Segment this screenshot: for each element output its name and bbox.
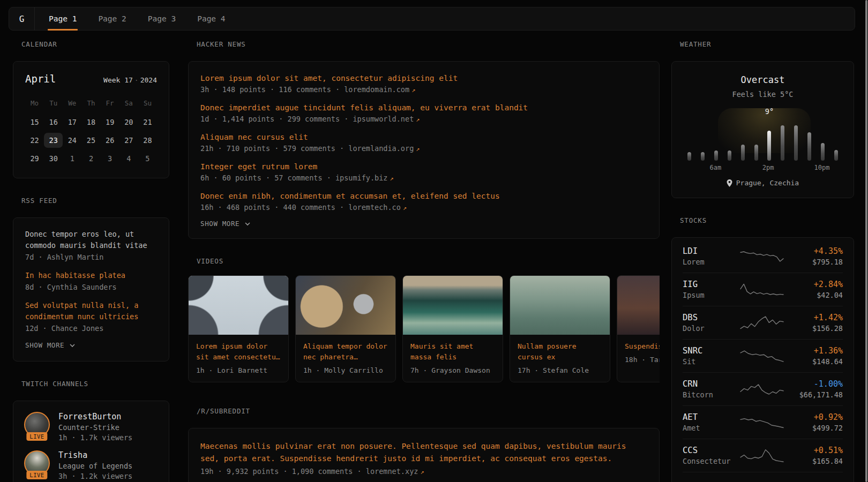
video-thumbnail — [189, 276, 288, 335]
weather-bar — [807, 132, 811, 161]
weather-widget: Overcast Feels like 5°C 9° 6am 2pm 10pm … — [671, 61, 854, 198]
hn-item: Lorem ipsum dolor sit amet, consectetur … — [200, 72, 647, 94]
calendar-head: April Week 17·2024 — [25, 73, 157, 85]
channel-name[interactable]: Trisha — [58, 450, 132, 460]
stock-name: Ipsum — [683, 291, 735, 299]
time-label: 2pm — [761, 164, 775, 171]
weather-chart: 9° — [683, 107, 843, 161]
twitch-widget: LIVE ForrestBurton Counter-Strike 1h · 1… — [13, 401, 169, 482]
video-card[interactable]: Lorem ipsum dolor sit amet consectetu… 1… — [188, 275, 289, 382]
calendar-section: CALENDAR April Week 17·2024 Mo Tu We Th … — [13, 40, 169, 178]
video-thumbnail — [617, 276, 660, 335]
middle-column: HACKER NEWS Lorem ipsum dolor sit amet, … — [188, 40, 660, 482]
avatar-wrap: LIVE — [24, 412, 50, 438]
calendar-header: CALENDAR — [21, 40, 169, 49]
video-title[interactable]: Nullam posuere cursus ex — [518, 341, 602, 363]
page-tabs: Page 1 Page 2 Page 3 Page 4 — [35, 7, 236, 30]
subreddit-widget: Maecenas mollis pulvinar erat non posuer… — [188, 428, 660, 482]
hn-item-meta: 3h · 148 points · 116 comments · loremdo… — [200, 85, 647, 94]
hackernews-section: HACKER NEWS Lorem ipsum dolor sit amet, … — [188, 40, 660, 239]
stock-symbol: IIG — [683, 280, 735, 289]
hn-show-more-button[interactable]: SHOW MORE — [200, 220, 647, 228]
channel-name[interactable]: ForrestBurton — [58, 412, 132, 421]
stock-row[interactable]: IIGIpsum +2.84%$42.04 — [683, 273, 843, 306]
rss-item-title[interactable]: Donec tempor eros leo, ut commodo mauris… — [25, 229, 157, 251]
hn-item-meta: 21h · 710 points · 579 comments · loreml… — [200, 144, 647, 153]
weather-bar — [714, 150, 718, 161]
calendar-day-next-month: 1 — [63, 151, 81, 166]
hn-item-title[interactable]: Donec enim nibh, condimentum et accumsan… — [200, 190, 647, 202]
video-meta: 18h · Tara — [625, 356, 660, 364]
hackernews-header: HACKER NEWS — [197, 40, 660, 49]
hn-item-meta: 16h · 468 points · 440 comments · loremt… — [200, 203, 647, 212]
weather-bars — [683, 122, 843, 161]
stock-change: +1.42% — [789, 313, 843, 322]
weather-bar — [821, 143, 825, 161]
subreddit-post-title[interactable]: Maecenas mollis pulvinar erat non posuer… — [200, 440, 647, 465]
weather-section: WEATHER Overcast Feels like 5°C 9° 6am 2… — [671, 40, 854, 198]
tab-page-4[interactable]: Page 4 — [186, 7, 236, 30]
weekday-label: We — [63, 96, 81, 111]
tab-page-1[interactable]: Page 1 — [35, 7, 87, 30]
tab-page-2[interactable]: Page 2 — [87, 7, 137, 30]
hn-item: Donec imperdiet augue tincidunt felis al… — [200, 102, 647, 123]
hn-item-meta: 1d · 1,414 points · 299 comments · ipsum… — [200, 115, 647, 123]
stock-row[interactable]: DBSDolor +1.42%$156.28 — [683, 306, 843, 339]
stock-row[interactable]: LDILorem +4.35%$795.18 — [683, 240, 843, 273]
stock-row[interactable]: CRNBitcorn -1.00%$66,171.48 — [683, 372, 843, 405]
video-card[interactable]: Mauris sit amet massa felis 7h · Grayson… — [402, 275, 503, 382]
stock-sparkline — [739, 380, 784, 398]
stock-row[interactable]: CCSConsectetur +0.51%$165.84 — [683, 439, 843, 472]
stocks-header: STOCKS — [680, 216, 854, 225]
weather-bar — [834, 150, 838, 161]
calendar-day: 27 — [119, 133, 138, 148]
hackernews-widget: Lorem ipsum dolor sit amet, consectetur … — [188, 61, 660, 239]
calendar-day: 21 — [138, 115, 157, 130]
hn-item-meta: 6h · 60 points · 57 comments · ipsumify.… — [200, 174, 647, 182]
hn-item: Aliquam nec cursus elit 21h · 710 points… — [200, 131, 647, 153]
hn-item-title[interactable]: Integer eget rutrum lorem — [200, 161, 647, 172]
stock-row[interactable]: AETAmet +0.92%$499.72 — [683, 405, 843, 439]
stock-name: Dolor — [683, 324, 735, 333]
weekday-label: Su — [138, 96, 157, 111]
twitch-channel-row[interactable]: LIVE Trisha League of Legends 3h · 1.2k … — [24, 450, 158, 480]
hn-item: Integer eget rutrum lorem 6h · 60 points… — [200, 161, 647, 182]
stock-row[interactable]: SNRCSit +1.36%$148.64 — [683, 339, 843, 372]
hn-item-title[interactable]: Donec imperdiet augue tincidunt felis al… — [200, 102, 647, 114]
calendar-day: 15 — [25, 115, 44, 130]
video-card[interactable]: Suspendisse diam 18h · Tara — [617, 275, 660, 382]
hn-meta-text: 1d · 1,414 points · 299 comments · ipsum… — [200, 115, 414, 123]
stock-row[interactable]: AHS +0.46% — [683, 472, 843, 482]
app-logo[interactable]: G — [9, 7, 35, 30]
weekday-label: Th — [81, 96, 100, 111]
weather-bar — [728, 150, 731, 161]
rss-item-title[interactable]: In hac habitasse platea — [25, 270, 157, 281]
stock-price: $148.64 — [789, 357, 843, 366]
stock-sparkline — [739, 479, 784, 482]
rss-show-more-button[interactable]: SHOW MORE — [25, 341, 157, 349]
video-card[interactable]: Aliquam tempor dolor nec pharetra… 1h · … — [295, 275, 396, 382]
channel-meta: 1h · 1.7k viewers — [58, 433, 132, 442]
video-card[interactable]: Nullam posuere cursus ex 17h · Stefan Co… — [510, 275, 610, 382]
stock-symbol: CCS — [683, 446, 735, 455]
stock-name: Sit — [683, 357, 735, 366]
scrollbar[interactable] — [865, 0, 867, 482]
calendar-week-year: Week 17·2024 — [103, 76, 157, 84]
rss-item-title[interactable]: Sed volutpat nulla nisl, a condimentum n… — [25, 300, 157, 322]
stock-change: +4.35% — [789, 246, 843, 256]
hn-item-title[interactable]: Aliquam nec cursus elit — [200, 131, 647, 143]
weather-bar — [767, 131, 771, 161]
hn-meta-text: 21h · 710 points · 579 comments · loreml… — [200, 144, 414, 153]
video-title[interactable]: Aliquam tempor dolor nec pharetra… — [303, 341, 388, 363]
video-title[interactable]: Suspendisse diam — [625, 341, 660, 352]
tab-page-3[interactable]: Page 3 — [137, 7, 186, 30]
weekday-label: Fr — [101, 96, 119, 111]
calendar-day: 24 — [63, 133, 81, 148]
stock-sparkline — [739, 314, 784, 332]
video-title[interactable]: Lorem ipsum dolor sit amet consectetu… — [196, 341, 281, 363]
video-title[interactable]: Mauris sit amet massa felis — [410, 341, 495, 363]
twitch-channel-row[interactable]: LIVE ForrestBurton Counter-Strike 1h · 1… — [24, 412, 158, 442]
calendar-day: 17 — [63, 115, 81, 130]
hn-item-title[interactable]: Lorem ipsum dolor sit amet, consectetur … — [200, 72, 647, 84]
calendar-day: 20 — [119, 115, 138, 130]
